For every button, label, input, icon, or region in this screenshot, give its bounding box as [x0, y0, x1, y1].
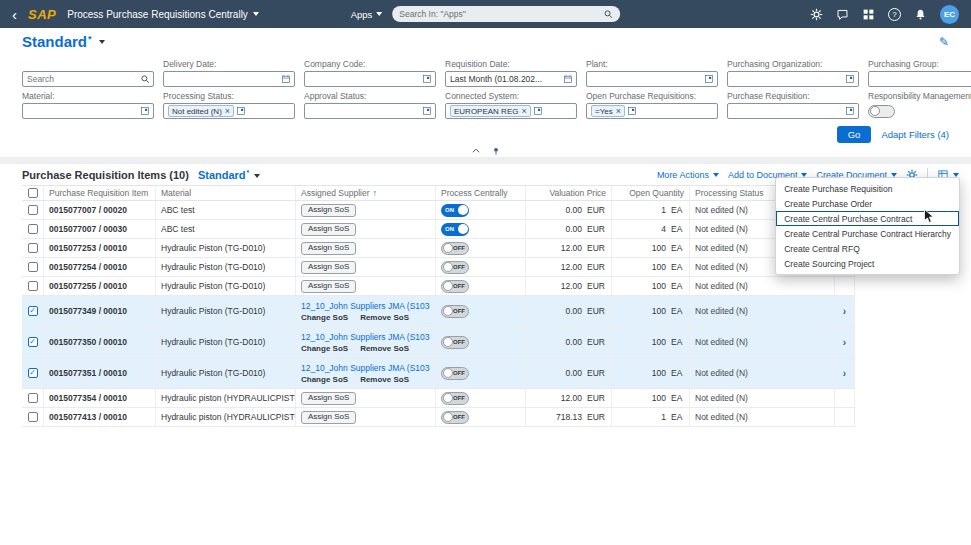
help-icon[interactable]: ?: [888, 8, 901, 21]
table-row[interactable]: 0015077255 / 00010 Hydraulic Piston (TG-…: [22, 277, 855, 296]
process-centrally-toggle[interactable]: OFF: [441, 411, 469, 424]
feedback-icon[interactable]: [836, 8, 849, 21]
approval-status-input[interactable]: [309, 106, 420, 116]
value-help-icon[interactable]: [140, 106, 150, 116]
row-checkbox[interactable]: [28, 205, 38, 215]
search-input[interactable]: [27, 74, 138, 84]
assign-sos-button[interactable]: Assign SoS: [301, 242, 356, 255]
row-navigation-icon[interactable]: ›: [843, 337, 846, 348]
assign-sos-button[interactable]: Assign SoS: [301, 261, 356, 274]
requisition-date-input[interactable]: [450, 74, 561, 84]
plant-input[interactable]: [591, 74, 702, 84]
process-centrally-toggle[interactable]: OFF: [441, 392, 469, 405]
value-help-icon[interactable]: [533, 106, 543, 116]
table-row[interactable]: 0015077254 / 00010 Hydraulic Piston (TG-…: [22, 258, 855, 277]
responsibility-management-switch[interactable]: [868, 105, 895, 118]
assign-sos-button[interactable]: Assign SoS: [301, 223, 356, 236]
filter-token[interactable]: EUROPEAN REG ×: [450, 105, 531, 117]
process-centrally-toggle[interactable]: OFF: [441, 336, 469, 349]
column-header-valuation-price[interactable]: Valuation Price: [526, 186, 612, 200]
change-sos-button[interactable]: Change SoS: [301, 375, 348, 384]
remove-sos-button[interactable]: Remove SoS: [360, 375, 409, 384]
more-actions-button[interactable]: More Actions: [657, 170, 719, 180]
search-scope-select[interactable]: Apps: [351, 9, 383, 20]
row-checkbox[interactable]: ✓: [28, 306, 38, 316]
menu-item-create-sourcing-project[interactable]: Create Sourcing Project: [776, 256, 959, 271]
remove-sos-button[interactable]: Remove SoS: [360, 344, 409, 353]
variant-selector[interactable]: Standard *: [22, 33, 105, 50]
search-icon[interactable]: [140, 74, 150, 84]
filter-token[interactable]: Not edited (N) ×: [168, 105, 234, 117]
assign-sos-button[interactable]: Assign SoS: [301, 204, 356, 217]
row-navigation-icon[interactable]: ›: [843, 368, 846, 379]
process-centrally-toggle[interactable]: OFF: [441, 280, 469, 293]
table-row[interactable]: 0015077354 / 00010 Hydraulic piston (HYD…: [22, 389, 855, 408]
row-checkbox[interactable]: ✓: [28, 337, 38, 347]
column-header-item[interactable]: Purchase Requisition Item: [44, 186, 156, 200]
value-help-icon[interactable]: [627, 106, 637, 116]
purchase-requisition-input[interactable]: [732, 106, 843, 116]
column-header-supplier[interactable]: Assigned Supplier ↑: [296, 186, 436, 200]
user-avatar[interactable]: EC: [940, 5, 959, 24]
table-row[interactable]: ✓ 0015077349 / 00010 Hydraulic Piston (T…: [22, 296, 855, 327]
table-row[interactable]: ✓ 0015077351 / 00010 Hydraulic Piston (T…: [22, 358, 855, 389]
menu-item-create-central-rfq[interactable]: Create Central RFQ: [776, 241, 959, 256]
table-row[interactable]: ✓ 0015077350 / 00010 Hydraulic Piston (T…: [22, 327, 855, 358]
table-row[interactable]: 0015077413 / 00010 Hydraulic piston (HYD…: [22, 408, 855, 427]
assigned-supplier-link[interactable]: 12_10_John Suppliers JMA (S1030001): [301, 332, 430, 342]
change-sos-button[interactable]: Change SoS: [301, 344, 348, 353]
token-remove-icon[interactable]: ×: [616, 107, 621, 116]
app-title-menu[interactable]: Process Purchase Requisitions Centrally: [67, 9, 259, 20]
filter-token[interactable]: =Yes ×: [591, 105, 625, 117]
pin-header-icon[interactable]: [491, 146, 501, 156]
assign-sos-button[interactable]: Assign SoS: [301, 280, 356, 293]
apps-grid-icon[interactable]: [862, 8, 875, 21]
row-checkbox[interactable]: [28, 224, 38, 234]
value-help-icon[interactable]: [422, 74, 432, 84]
row-checkbox[interactable]: [28, 281, 38, 291]
assigned-supplier-link[interactable]: 12_10_John Suppliers JMA (S1030001): [301, 363, 430, 373]
row-checkbox[interactable]: [28, 412, 38, 422]
purchasing-group-input[interactable]: [873, 74, 971, 84]
collapse-header-icon[interactable]: [471, 146, 481, 156]
remove-sos-button[interactable]: Remove SoS: [360, 313, 409, 322]
settings-icon[interactable]: [810, 8, 823, 21]
change-sos-button[interactable]: Change SoS: [301, 313, 348, 322]
process-centrally-toggle[interactable]: OFF: [441, 367, 469, 380]
process-centrally-toggle[interactable]: ON: [441, 204, 469, 217]
assigned-supplier-link[interactable]: 12_10_John Suppliers JMA (S1030001): [301, 301, 430, 311]
delivery-date-input[interactable]: [168, 74, 279, 84]
notifications-icon[interactable]: [914, 8, 927, 21]
search-icon[interactable]: [603, 9, 613, 19]
column-header-open-quantity[interactable]: Open Quantity: [612, 186, 690, 200]
menu-item-create-purchase-requisition[interactable]: Create Purchase Requisition: [776, 181, 959, 196]
table-row[interactable]: 0015077253 / 00010 Hydraulic Piston (TG-…: [22, 239, 855, 258]
company-code-input[interactable]: [309, 74, 420, 84]
shell-search-input[interactable]: [399, 9, 603, 19]
value-help-icon[interactable]: [236, 106, 246, 116]
process-centrally-toggle[interactable]: OFF: [441, 242, 469, 255]
purchasing-organization-input[interactable]: [732, 74, 843, 84]
value-help-icon[interactable]: [845, 106, 855, 116]
assign-sos-button[interactable]: Assign SoS: [301, 411, 356, 424]
value-help-icon[interactable]: [422, 106, 432, 116]
row-checkbox[interactable]: [28, 262, 38, 272]
row-navigation-icon[interactable]: ›: [843, 306, 846, 317]
edit-icon[interactable]: ✎: [939, 35, 949, 49]
material-input[interactable]: [27, 106, 138, 116]
table-row[interactable]: 0015077007 / 00020 ABC test Assign SoS O…: [22, 201, 855, 220]
adapt-filters-link[interactable]: Adapt Filters (4): [881, 129, 949, 140]
token-remove-icon[interactable]: ×: [225, 107, 230, 116]
back-icon[interactable]: ‹: [12, 7, 17, 22]
calendar-icon[interactable]: [563, 74, 573, 84]
process-centrally-toggle[interactable]: OFF: [441, 261, 469, 274]
process-centrally-toggle[interactable]: OFF: [441, 305, 469, 318]
assign-sos-button[interactable]: Assign SoS: [301, 392, 356, 405]
row-checkbox[interactable]: ✓: [28, 368, 38, 378]
table-row[interactable]: 0015077007 / 00030 ABC test Assign SoS O…: [22, 220, 855, 239]
value-help-icon[interactable]: [845, 74, 855, 84]
process-centrally-toggle[interactable]: ON: [441, 223, 469, 236]
select-all-checkbox[interactable]: [28, 188, 38, 198]
row-checkbox[interactable]: [28, 393, 38, 403]
table-variant-selector[interactable]: Standard *: [198, 169, 260, 181]
